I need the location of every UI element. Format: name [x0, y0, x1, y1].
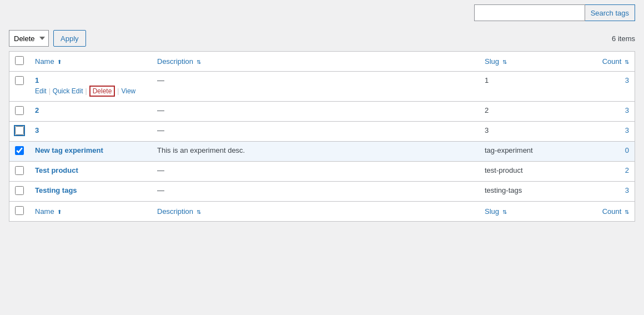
row-name-cell-0: 1Edit|Quick Edit|Delete|View [29, 72, 152, 102]
header-checkbox-cell [9, 52, 29, 72]
footer-count-sort-icon: ⇅ [625, 209, 629, 215]
row-view-link-0[interactable]: View [121, 87, 135, 95]
row-name-cell-2: 3 [29, 122, 152, 142]
row-name-cell-4: Test product [29, 162, 152, 182]
footer-checkbox-cell [9, 202, 29, 222]
row-checkbox-cell-2 [9, 122, 29, 142]
row-checkbox-5[interactable] [15, 186, 24, 195]
row-checkbox-cell-1 [9, 102, 29, 122]
row-checkbox-cell-5 [9, 182, 29, 202]
header-count[interactable]: Count ⇅ [590, 52, 635, 72]
separator-icon: | [117, 87, 119, 95]
footer-description-sort-icon: ⇅ [197, 209, 201, 215]
row-slug-cell-1: 2 [479, 102, 590, 122]
row-name-link-4[interactable]: Test product [35, 166, 146, 174]
row-name-cell-1: 2 [29, 102, 152, 122]
table-header-row: Name ⬆ Description ⇅ Slug ⇅ Count ⇅ [9, 52, 635, 72]
top-bar: Search tags [0, 0, 644, 26]
row-count-cell-3: 0 [590, 142, 635, 162]
row-checkbox-3[interactable] [15, 146, 24, 155]
header-description[interactable]: Description ⇅ [152, 52, 479, 72]
row-name-link-1[interactable]: 2 [35, 106, 146, 114]
header-name-label: Name [35, 57, 54, 66]
row-name-cell-3: New tag experiment [29, 142, 152, 162]
row-count-cell-4: 2 [590, 162, 635, 182]
header-slug-label: Slug [485, 57, 499, 66]
footer-name-sort-icon: ⬆ [57, 209, 62, 215]
row-slug-cell-2: 3 [479, 122, 590, 142]
row-count-cell-2: 3 [590, 122, 635, 142]
row-slug-cell-3: tag-experiment [479, 142, 590, 162]
separator-icon: | [49, 87, 51, 95]
table-row: Test product—test-product2 [9, 162, 635, 182]
description-sort-icon: ⇅ [197, 59, 201, 65]
row-description-cell-1: — [152, 102, 479, 122]
footer-description-label: Description [157, 207, 193, 216]
row-checkbox-cell-0 [9, 72, 29, 102]
row-name-link-2[interactable]: 3 [35, 126, 146, 134]
row-slug-cell-0: 1 [479, 72, 590, 102]
toolbar-left: Delete Apply [9, 30, 86, 47]
toolbar: Delete Apply 6 items [0, 26, 644, 51]
row-edit-link-0[interactable]: Edit [35, 87, 47, 95]
footer-name-label: Name [35, 207, 54, 216]
row-count-cell-1: 3 [590, 102, 635, 122]
footer-count-label: Count [602, 207, 622, 216]
footer-description[interactable]: Description ⇅ [152, 202, 479, 222]
row-actions-0: Edit|Quick Edit|Delete|View [35, 86, 146, 97]
name-sort-icon: ⬆ [57, 59, 62, 65]
footer-slug[interactable]: Slug ⇅ [479, 202, 590, 222]
row-slug-cell-5: testing-tags [479, 182, 590, 202]
search-tags-input[interactable] [474, 4, 585, 21]
footer-select-all-checkbox[interactable] [15, 206, 24, 215]
row-checkbox-cell-3 [9, 142, 29, 162]
row-delete-link-0[interactable]: Delete [89, 86, 115, 97]
row-checkbox-4[interactable] [15, 166, 24, 175]
header-description-label: Description [157, 57, 193, 66]
row-description-cell-5: — [152, 182, 479, 202]
apply-button[interactable]: Apply [53, 30, 86, 47]
table-footer-row: Name ⬆ Description ⇅ Slug ⇅ Count ⇅ [9, 202, 635, 222]
table-row: 2—23 [9, 102, 635, 122]
search-tags-button[interactable]: Search tags [585, 4, 635, 21]
footer-name[interactable]: Name ⬆ [29, 202, 152, 222]
header-count-label: Count [602, 57, 622, 66]
select-all-checkbox[interactable] [15, 56, 24, 65]
row-quick-edit-link-0[interactable]: Quick Edit [53, 87, 83, 95]
bulk-action-select[interactable]: Delete [9, 30, 49, 47]
row-checkbox-0[interactable] [15, 76, 24, 85]
table-row: Testing tags—testing-tags3 [9, 182, 635, 202]
row-slug-cell-4: test-product [479, 162, 590, 182]
row-count-cell-0: 3 [590, 72, 635, 102]
row-description-cell-3: This is an experiment desc. [152, 142, 479, 162]
tags-table: Name ⬆ Description ⇅ Slug ⇅ Count ⇅ [9, 51, 635, 222]
row-name-cell-5: Testing tags [29, 182, 152, 202]
header-slug[interactable]: Slug ⇅ [479, 52, 590, 72]
slug-sort-icon: ⇅ [502, 59, 507, 65]
row-name-link-5[interactable]: Testing tags [35, 186, 146, 194]
table-row: 1Edit|Quick Edit|Delete|View—13 [9, 72, 635, 102]
row-checkbox-1[interactable] [15, 106, 24, 115]
footer-slug-sort-icon: ⇅ [502, 209, 507, 215]
row-description-cell-2: — [152, 122, 479, 142]
row-count-cell-5: 3 [590, 182, 635, 202]
row-description-cell-0: — [152, 72, 479, 102]
footer-slug-label: Slug [485, 207, 499, 216]
row-name-link-0[interactable]: 1 [35, 76, 146, 84]
row-description-cell-4: — [152, 162, 479, 182]
row-checkbox-cell-4 [9, 162, 29, 182]
separator-icon: | [85, 87, 87, 95]
item-count: 6 items [612, 34, 635, 43]
footer-count[interactable]: Count ⇅ [590, 202, 635, 222]
row-name-link-3[interactable]: New tag experiment [35, 146, 146, 154]
table-row: New tag experimentThis is an experiment … [9, 142, 635, 162]
count-sort-icon: ⇅ [625, 59, 629, 65]
header-name[interactable]: Name ⬆ [29, 52, 152, 72]
row-checkbox-2[interactable] [15, 126, 24, 135]
table-row: 3—33 [9, 122, 635, 142]
